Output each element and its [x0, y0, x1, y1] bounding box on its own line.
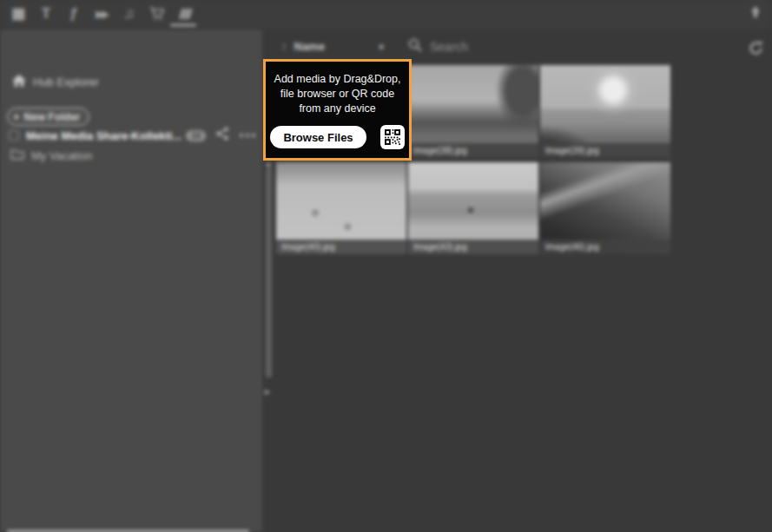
- media-pool-icon[interactable]: ▦: [7, 3, 30, 24]
- thumbnail-filename: Image(39).jpg: [540, 143, 670, 158]
- qr-code-icon: [385, 129, 400, 145]
- titles-icon[interactable]: T: [35, 3, 57, 24]
- sidebar-hub-explorer: Hub Explorer + New Folder Meine Media Sh…: [0, 30, 262, 532]
- home-icon: [11, 74, 27, 91]
- refresh-icon[interactable]: [748, 40, 764, 60]
- popup-buttons-row: Browse Files: [266, 125, 409, 149]
- search-input[interactable]: [428, 39, 562, 55]
- share-icon[interactable]: [215, 127, 229, 144]
- thumbnail-tile[interactable]: Image(46).jpg: [540, 162, 670, 254]
- folder-icon: [10, 148, 24, 162]
- sort-ascending-icon: ↑: [281, 40, 287, 53]
- thumbnail-tile[interactable]: Image(40).jpg: [276, 162, 406, 254]
- sort-dropdown-chevron-icon[interactable]: ▾: [379, 41, 384, 53]
- sidebar-title: Hub Explorer: [33, 76, 99, 89]
- thumbnail-tile[interactable]: Image(43).jpg: [408, 162, 538, 254]
- thumbnail-filename: Image(46).jpg: [540, 240, 670, 254]
- collection-count-badge: 10: [186, 130, 206, 141]
- scroll-down-arrow-icon[interactable]: ▶: [265, 389, 270, 396]
- qr-code-button[interactable]: [380, 125, 405, 149]
- upload-icon[interactable]: [748, 4, 763, 23]
- thumbnail-tile[interactable]: Image(39).jpg: [540, 65, 670, 158]
- thumbnail-filename: Image(38).jpg: [408, 143, 538, 158]
- top-toolbar: ▦ T ƒ ▶▶ ♫: [0, 0, 772, 30]
- media-hub-icon[interactable]: [174, 3, 196, 24]
- new-folder-label: New Folder: [24, 111, 81, 123]
- collection-checkbox[interactable]: [9, 130, 19, 141]
- audio-icon[interactable]: ♫: [118, 3, 141, 24]
- popup-message-line: Add media by Drag&Drop,: [266, 72, 409, 87]
- transitions-icon[interactable]: ▶▶: [90, 3, 113, 24]
- active-tab-underline: [170, 24, 196, 26]
- sidebar-item-my-vacation[interactable]: My Vacation: [10, 148, 93, 162]
- search-box[interactable]: [408, 38, 562, 56]
- popup-message-line: file browser or QR code: [266, 87, 409, 102]
- scrollbar-thumb[interactable]: [266, 167, 272, 378]
- new-folder-button[interactable]: + New Folder: [7, 108, 89, 126]
- popup-message-line: from any device: [266, 102, 409, 116]
- popup-message: Add media by Drag&Drop, file browser or …: [266, 72, 409, 116]
- thumbnail-filename: Image(43).jpg: [408, 240, 538, 254]
- thumbnail-tile[interactable]: Image(38).jpg: [408, 65, 538, 158]
- sidebar-item-collection[interactable]: Meine Media Share-Kollekti... 10: [9, 127, 259, 144]
- collection-label: Meine Media Share-Kollekti...: [26, 129, 181, 142]
- thumbnail-filename: Image(40).jpg: [276, 240, 406, 254]
- effects-icon[interactable]: ƒ: [63, 3, 85, 24]
- more-options-icon[interactable]: [240, 134, 255, 137]
- add-media-popup: Add media by Drag&Drop, file browser or …: [263, 59, 412, 161]
- plus-icon: +: [13, 110, 20, 123]
- sort-field-label: Name: [294, 40, 325, 53]
- folder-label: My Vacation: [31, 149, 93, 162]
- store-cart-icon[interactable]: [146, 3, 168, 24]
- sort-control[interactable]: ↑ Name: [281, 40, 325, 53]
- browse-files-button[interactable]: Browse Files: [270, 126, 366, 148]
- app-window: ▦ T ƒ ▶▶ ♫: [0, 0, 772, 532]
- search-icon: [408, 38, 422, 56]
